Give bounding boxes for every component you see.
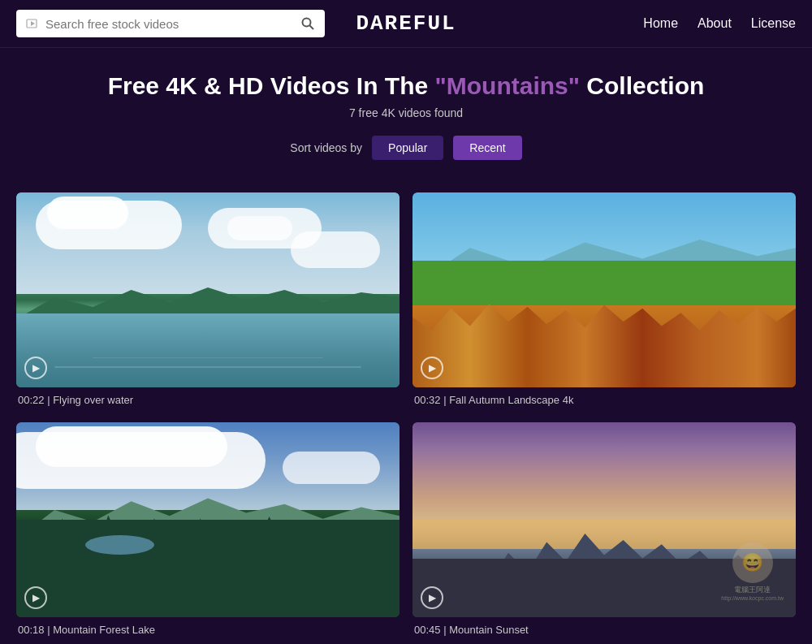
- hero-section: Free 4K & HD Videos In The "Mountains" C…: [0, 48, 812, 192]
- video-info: 00:32 | Fall Autumn Landscape 4k: [412, 387, 796, 409]
- keyword-highlight: "Mountains": [435, 72, 580, 99]
- video-info: 00:18 | Mountain Forest Lake: [16, 617, 400, 639]
- video-title: Mountain Sunset: [449, 624, 529, 636]
- water-layer: [16, 313, 400, 387]
- sort-popular-button[interactable]: Popular: [372, 136, 443, 160]
- video-thumbnail: ▶: [16, 422, 400, 617]
- main-nav: Home About License: [643, 16, 796, 31]
- header: DAREFUL Home About License: [0, 0, 812, 48]
- video-info: 00:22 | Flying over water: [16, 387, 400, 409]
- watermark-overlay: 😄 電腦王阿達 http://www.kocpc.com.tw: [721, 542, 784, 601]
- svg-line-3: [310, 26, 314, 30]
- sort-label: Sort videos by: [290, 141, 362, 154]
- water-ripple: [54, 366, 361, 368]
- video-card[interactable]: ▶ 00:32 | Fall Autumn Landscape 4k: [412, 192, 796, 409]
- nav-license[interactable]: License: [751, 16, 796, 31]
- video-title: Mountain Forest Lake: [53, 624, 155, 636]
- video-card[interactable]: 😄 電腦王阿達 http://www.kocpc.com.tw ▶ 00:45 …: [412, 422, 796, 639]
- page-title: Free 4K & HD Videos In The "Mountains" C…: [16, 72, 796, 100]
- video-thumbnail: ▶: [412, 192, 796, 387]
- green-fields: [412, 261, 796, 309]
- cloud-right: [283, 452, 380, 484]
- video-duration: 00:18: [18, 624, 45, 636]
- nav-home[interactable]: Home: [643, 16, 678, 31]
- cloud-2: [47, 197, 128, 229]
- cloud-4: [227, 216, 292, 240]
- svg-marker-1: [31, 21, 35, 26]
- play-icon: ▶: [24, 357, 47, 379]
- video-grid: ▶ 00:22 | Flying over water ▶ 00:32 | Fa…: [0, 192, 812, 644]
- video-title: Flying over water: [53, 394, 133, 406]
- search-input[interactable]: [45, 17, 294, 31]
- play-icon: ▶: [421, 357, 443, 379]
- results-count: 7 free 4K videos found: [16, 106, 796, 119]
- cloud-5: [291, 231, 380, 268]
- video-search-icon: [26, 18, 39, 29]
- svg-point-2: [303, 19, 311, 27]
- video-duration: 00:32: [414, 394, 441, 406]
- video-title: Fall Autumn Landscape 4k: [449, 394, 573, 406]
- sort-recent-button[interactable]: Recent: [453, 136, 521, 160]
- video-info: 00:45 | Mountain Sunset: [412, 617, 796, 639]
- site-logo: DAREFUL: [356, 11, 456, 36]
- search-wrapper[interactable]: [16, 10, 325, 37]
- video-card[interactable]: ▶ 00:18 | Mountain Forest Lake: [16, 422, 400, 639]
- search-button[interactable]: [300, 16, 315, 31]
- video-thumbnail: ▶: [16, 192, 400, 387]
- video-card[interactable]: ▶ 00:22 | Flying over water: [16, 192, 400, 409]
- video-duration: 00:22: [18, 394, 45, 406]
- video-thumbnail: 😄 電腦王阿達 http://www.kocpc.com.tw ▶: [412, 422, 796, 617]
- play-icon: ▶: [24, 586, 47, 609]
- sort-bar: Sort videos by Popular Recent: [16, 136, 796, 160]
- video-duration: 00:45: [414, 624, 441, 636]
- nav-about[interactable]: About: [698, 16, 732, 31]
- cloud-top: [36, 426, 227, 467]
- small-lake: [85, 535, 154, 555]
- play-icon: ▶: [421, 586, 443, 609]
- water-ripple-2: [93, 357, 322, 358]
